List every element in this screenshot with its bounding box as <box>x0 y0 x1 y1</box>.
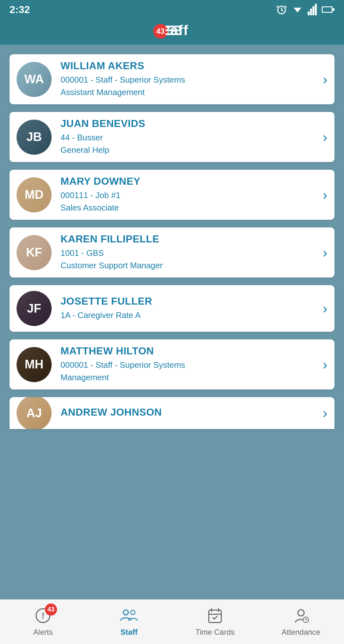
menu-line-3 <box>165 33 181 35</box>
avatar-karen: KF <box>17 235 52 270</box>
alerts-icon-wrap: ! 43 <box>35 607 51 625</box>
staff-name-karen: KAREN FILLIPELLE <box>61 233 318 245</box>
menu-button[interactable] <box>165 26 181 35</box>
staff-card-andrew-johnson[interactable]: AJ ANDREW JOHNSON › <box>10 397 334 429</box>
wifi-icon <box>292 4 303 15</box>
nav-item-staff[interactable]: Staff <box>86 600 172 644</box>
staff-detail2-mary: Sales Associate <box>61 202 318 214</box>
staff-card-karen-fillipelle[interactable]: KF KAREN FILLIPELLE 1001 - GBS Customer … <box>10 227 334 278</box>
alarm-icon <box>276 4 287 15</box>
staff-card-william-akers[interactable]: WA WILLIAM AKERS 000001 - Staff - Superi… <box>10 54 334 104</box>
staff-detail1-karen: 1001 - GBS <box>61 247 318 259</box>
bottom-nav: ! 43 Alerts Staff <box>0 599 344 644</box>
status-icons <box>276 4 334 15</box>
staff-card-josette-fuller[interactable]: JF JOSETTE FULLER 1A - Caregiver Rate A … <box>10 285 334 332</box>
avatar-initials-william: WA <box>24 72 44 86</box>
staff-list: WA WILLIAM AKERS 000001 - Staff - Superi… <box>0 45 344 599</box>
svg-rect-3 <box>310 9 312 15</box>
chevron-juan: › <box>323 129 327 145</box>
staff-info-william: WILLIAM AKERS 000001 - Staff - Superior … <box>61 60 318 99</box>
svg-text:!: ! <box>42 611 45 620</box>
staff-info-juan: JUAN BENEVIDS 44 - Busser General Help <box>61 118 318 156</box>
svg-point-12 <box>131 610 135 615</box>
nav-item-alerts[interactable]: ! 43 Alerts <box>0 600 86 644</box>
timecards-icon <box>207 607 223 624</box>
chevron-andrew: › <box>323 405 327 421</box>
staff-card-juan-benevids[interactable]: JB JUAN BENEVIDS 44 - Busser General Hel… <box>10 112 334 162</box>
avatar-initials-mary: MD <box>25 188 43 202</box>
alerts-label: Alerts <box>33 628 53 637</box>
chevron-william: › <box>323 71 327 87</box>
staff-card-mary-downey[interactable]: MD MARY DOWNEY 000111 - Job #1 Sales Ass… <box>10 170 334 220</box>
alerts-badge: 43 <box>45 603 57 616</box>
chevron-matthew: › <box>323 357 327 373</box>
staff-info-josette: JOSETTE FULLER 1A - Caregiver Rate A <box>61 295 318 322</box>
svg-point-11 <box>123 610 128 615</box>
staff-name-william: WILLIAM AKERS <box>61 60 318 72</box>
avatar-andrew: AJ <box>17 397 52 429</box>
staff-icon-wrap <box>119 607 139 625</box>
timecards-icon-wrap <box>207 607 223 625</box>
staff-nav-icon <box>119 607 139 624</box>
staff-info-karen: KAREN FILLIPELLE 1001 - GBS Customer Sup… <box>61 233 318 272</box>
staff-detail2-karen: Customer Support Manager <box>61 259 318 272</box>
staff-name-mary: MARY DOWNEY <box>61 175 318 187</box>
header: 43 Staff <box>0 19 344 45</box>
svg-rect-8 <box>323 7 332 12</box>
avatar-william: WA <box>17 62 52 97</box>
staff-detail2-juan: General Help <box>61 144 318 156</box>
svg-point-14 <box>298 610 304 616</box>
svg-rect-5 <box>315 4 317 15</box>
avatar-initials-matthew: MH <box>25 358 43 371</box>
staff-detail1-juan: 44 - Busser <box>61 131 318 144</box>
attendance-icon <box>293 607 309 624</box>
staff-name-juan: JUAN BENEVIDS <box>61 118 318 130</box>
menu-line-2 <box>165 30 181 31</box>
svg-rect-13 <box>209 610 221 622</box>
attendance-label: Attendance <box>282 628 320 637</box>
svg-rect-2 <box>308 11 310 15</box>
staff-detail1-mary: 000111 - Job #1 <box>61 189 318 202</box>
avatar-mary: MD <box>17 177 52 212</box>
staff-detail1-josette: 1A - Caregiver Rate A <box>61 309 318 322</box>
chevron-mary: › <box>323 187 327 203</box>
avatar-juan: JB <box>17 120 52 155</box>
staff-nav-label: Staff <box>120 628 137 637</box>
staff-info-andrew: ANDREW JOHNSON <box>61 406 318 420</box>
nav-item-timecards[interactable]: Time Cards <box>172 600 258 644</box>
staff-card-matthew-hilton[interactable]: MH MATTHEW HILTON 000001 - Staff - Super… <box>10 339 334 389</box>
staff-detail1-william: 000001 - Staff - Superior Systems <box>61 74 318 86</box>
avatar-initials-josette: JF <box>27 302 41 315</box>
svg-marker-1 <box>294 8 301 12</box>
timecards-label: Time Cards <box>195 628 234 637</box>
attendance-icon-wrap <box>293 607 309 625</box>
staff-detail1-matthew: 000001 - Staff - Superior Systems <box>61 359 318 371</box>
svg-rect-7 <box>333 8 334 11</box>
staff-detail2-matthew: Management <box>61 371 318 384</box>
avatar-josette: JF <box>17 291 52 326</box>
staff-name-matthew: MATTHEW HILTON <box>61 345 318 357</box>
staff-info-mary: MARY DOWNEY 000111 - Job #1 Sales Associ… <box>61 175 318 214</box>
avatar-initials-andrew: AJ <box>26 406 42 420</box>
status-bar: 2:32 <box>0 0 344 19</box>
avatar-matthew: MH <box>17 347 52 382</box>
chevron-josette: › <box>323 300 327 316</box>
svg-rect-4 <box>312 6 314 16</box>
staff-name-josette: JOSETTE FULLER <box>61 295 318 307</box>
nav-item-attendance[interactable]: Attendance <box>258 600 344 644</box>
battery-icon <box>322 4 334 15</box>
chevron-karen: › <box>323 245 327 261</box>
avatar-initials-karen: KF <box>26 246 42 259</box>
status-time: 2:32 <box>10 4 30 16</box>
menu-line-1 <box>165 26 181 27</box>
staff-info-matthew: MATTHEW HILTON 000001 - Staff - Superior… <box>61 345 318 384</box>
signal-icon <box>308 4 317 15</box>
avatar-initials-juan: JB <box>26 130 42 144</box>
staff-detail2-william: Assistant Management <box>61 86 318 99</box>
staff-name-andrew: ANDREW JOHNSON <box>61 406 318 418</box>
